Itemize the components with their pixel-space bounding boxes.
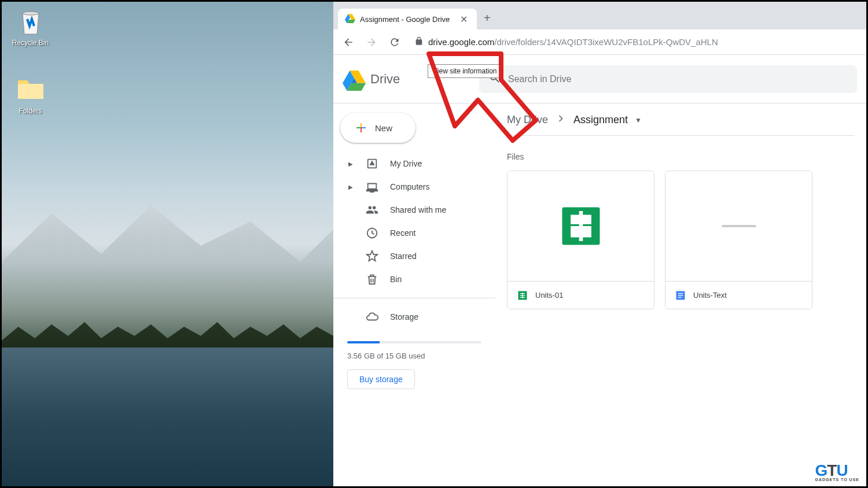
svg-point-0 bbox=[23, 12, 39, 15]
sidebar-divider bbox=[333, 298, 495, 298]
shared-icon bbox=[366, 204, 378, 216]
sidebar: New ▶ My Drive ▶ Computers bbox=[333, 103, 495, 486]
file-card[interactable]: Units-01 bbox=[507, 171, 654, 309]
sheets-icon bbox=[517, 290, 528, 301]
breadcrumb-parent[interactable]: My Drive bbox=[507, 114, 548, 126]
reload-button[interactable] bbox=[384, 32, 405, 53]
new-button[interactable]: New bbox=[340, 113, 415, 143]
sidebar-item-my-drive[interactable]: ▶ My Drive bbox=[333, 152, 495, 175]
sidebar-item-computers[interactable]: ▶ Computers bbox=[333, 175, 495, 198]
star-icon bbox=[366, 250, 378, 263]
drive-storage-icon bbox=[366, 157, 378, 170]
file-footer: Units-Text bbox=[665, 281, 812, 309]
docs-icon bbox=[675, 290, 686, 301]
lock-icon[interactable] bbox=[414, 36, 424, 47]
tab-close-button[interactable]: ✕ bbox=[458, 13, 470, 26]
sidebar-item-starred[interactable]: Starred bbox=[333, 245, 495, 268]
search-bar[interactable] bbox=[479, 65, 857, 93]
buy-storage-button[interactable]: Buy storage bbox=[347, 369, 415, 389]
sidebar-item-label: Bin bbox=[390, 275, 402, 284]
svg-rect-5 bbox=[571, 226, 580, 238]
storage-progress-bar bbox=[347, 341, 481, 343]
watermark: GTU GADGETS TO USE bbox=[815, 461, 860, 482]
search-input[interactable] bbox=[508, 74, 848, 84]
url-field[interactable]: drive.google.com/drive/folders/14VAQIDT3… bbox=[407, 33, 862, 51]
drive-logo-text: Drive bbox=[370, 72, 400, 87]
sheets-large-icon bbox=[558, 204, 604, 249]
cloud-icon bbox=[366, 310, 378, 323]
trash-icon bbox=[366, 273, 378, 286]
content-area: My Drive Assignment ▼ Files bbox=[495, 103, 866, 486]
sidebar-item-label: Starred bbox=[390, 252, 417, 261]
back-button[interactable] bbox=[338, 32, 359, 53]
url-path: /drive/folders/14VAQIDT3ixeWU2vFB1oLPk-Q… bbox=[494, 37, 718, 47]
browser-window: Assignment - Google Drive ✕ + drive.goog… bbox=[333, 2, 866, 486]
desktop-icon-recycle-bin[interactable]: Recycle Bin bbox=[9, 9, 52, 47]
sidebar-item-shared[interactable]: Shared with me bbox=[333, 198, 495, 221]
chevron-down-icon[interactable]: ▼ bbox=[635, 116, 642, 124]
sidebar-item-label: Recent bbox=[390, 228, 415, 238]
storage-progress-fill bbox=[347, 341, 380, 343]
desktop-icon-label: Recycle Bin bbox=[9, 39, 52, 47]
new-tab-button[interactable]: + bbox=[477, 7, 498, 29]
sidebar-item-label: Computers bbox=[390, 182, 429, 191]
desktop-icon-folders[interactable]: Folders bbox=[9, 77, 52, 115]
file-name: Units-Text bbox=[693, 291, 727, 300]
storage-section: 3.56 GB of 15 GB used Buy storage bbox=[333, 328, 495, 394]
files-section-label: Files bbox=[507, 152, 855, 161]
file-name: Units-01 bbox=[535, 291, 563, 300]
address-bar: drive.google.com/drive/folders/14VAQIDT3… bbox=[333, 29, 866, 55]
expand-icon[interactable]: ▶ bbox=[347, 161, 354, 167]
browser-tab[interactable]: Assignment - Google Drive ✕ bbox=[338, 9, 477, 29]
sidebar-item-label: Shared with me bbox=[390, 205, 446, 215]
svg-rect-6 bbox=[582, 226, 591, 238]
drive-header: Drive bbox=[333, 55, 866, 103]
storage-used-text: 3.56 GB of 15 GB used bbox=[347, 352, 481, 360]
site-info-tooltip: View site information bbox=[428, 64, 502, 78]
desktop-background: Recycle Bin Folders bbox=[2, 2, 333, 486]
tab-title: Assignment - Google Drive bbox=[360, 15, 453, 24]
computers-icon bbox=[366, 180, 378, 193]
drive-logo-icon bbox=[343, 68, 366, 91]
url-host: drive.google.com bbox=[428, 37, 494, 47]
wallpaper-water bbox=[2, 347, 333, 486]
chevron-right-icon bbox=[555, 113, 567, 127]
recent-icon bbox=[366, 227, 378, 239]
file-card[interactable]: Units-Text bbox=[665, 171, 812, 309]
sidebar-item-storage[interactable]: Storage bbox=[333, 305, 495, 328]
sidebar-item-label: My Drive bbox=[390, 159, 422, 168]
files-grid: Units-01 Units-Text bbox=[507, 171, 855, 309]
drive-favicon bbox=[345, 13, 355, 25]
desktop-icon-label: Folders bbox=[9, 107, 52, 115]
forward-button[interactable] bbox=[361, 32, 382, 53]
sidebar-item-recent[interactable]: Recent bbox=[333, 221, 495, 245]
file-preview bbox=[507, 171, 654, 281]
plus-icon bbox=[354, 121, 368, 135]
recycle-bin-icon bbox=[17, 9, 45, 36]
file-footer: Units-01 bbox=[507, 281, 654, 309]
breadcrumb-current[interactable]: Assignment bbox=[573, 114, 628, 126]
folder-icon bbox=[17, 77, 45, 105]
doc-preview-line bbox=[722, 225, 756, 227]
sidebar-item-bin[interactable]: Bin bbox=[333, 268, 495, 291]
file-preview bbox=[665, 171, 812, 281]
new-button-label: New bbox=[375, 123, 392, 133]
sidebar-item-label: Storage bbox=[390, 312, 418, 321]
tab-bar: Assignment - Google Drive ✕ + bbox=[333, 2, 866, 29]
breadcrumb: My Drive Assignment ▼ bbox=[507, 113, 855, 136]
expand-icon[interactable]: ▶ bbox=[347, 184, 354, 190]
drive-main: New ▶ My Drive ▶ Computers bbox=[333, 103, 866, 486]
